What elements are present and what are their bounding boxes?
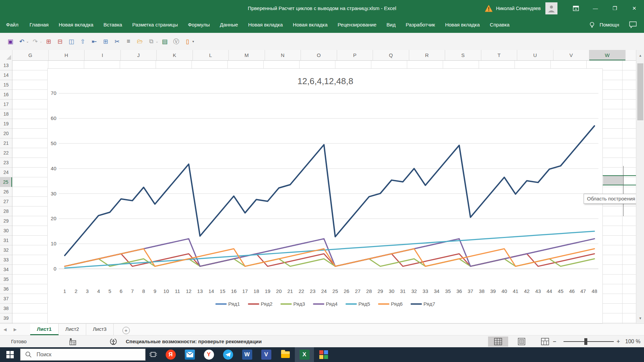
zoom-out-button[interactable]: − (553, 336, 556, 348)
delete-table-rows-icon[interactable]: ⊞ (43, 37, 54, 47)
ribbon-tab-главная-1[interactable]: Главная (24, 16, 54, 33)
row-header-20[interactable]: 20 (0, 129, 12, 138)
column-header-R[interactable]: R (409, 50, 445, 60)
view-page-layout-button[interactable] (512, 337, 532, 347)
select-all-corner[interactable] (0, 50, 12, 61)
minimize-button[interactable]: — (586, 0, 605, 16)
row-header-17[interactable]: 17 (0, 100, 12, 109)
insert-cells-left-icon[interactable]: ⇤ (89, 37, 100, 47)
zoom-in-button[interactable]: + (616, 336, 620, 348)
vba-icon[interactable]: Ⓥ (170, 37, 182, 47)
row-header-18[interactable]: 18 (0, 109, 12, 119)
telegram-icon[interactable] (218, 347, 237, 362)
column-header-K[interactable]: K (157, 50, 193, 60)
zoom-slider-track[interactable] (564, 341, 614, 342)
row-header-23[interactable]: 23 (0, 158, 12, 168)
yandex-app-icon[interactable]: Я (161, 347, 180, 362)
save-icon[interactable]: ▣ (5, 37, 16, 47)
column-header-T[interactable]: T (481, 50, 518, 60)
ribbon-tab-новая-вкладка-2[interactable]: Новая вкладка (54, 16, 98, 33)
ribbon-tab-справка-13[interactable]: Справка (485, 16, 515, 33)
chart-object[interactable]: 0102030405060701234567891011121314151617… (47, 68, 603, 323)
legend-label-Ряд4[interactable]: Ряд4 (326, 301, 338, 307)
yandex-browser-icon[interactable]: Y (199, 347, 218, 362)
column-header-U[interactable]: U (517, 50, 553, 60)
delete-cells-icon[interactable]: ⊟ (54, 37, 66, 47)
accessibility-icon[interactable] (109, 338, 118, 346)
row-header-22[interactable]: 22 (0, 148, 12, 158)
column-header-I[interactable]: I (85, 50, 121, 60)
macro-record-icon[interactable] (69, 338, 77, 346)
comments-icon[interactable] (629, 21, 637, 28)
legend-label-Ряд1[interactable]: Ряд1 (228, 301, 240, 307)
sheet-nav-right-icon[interactable]: ▶ (10, 324, 20, 335)
column-header-G[interactable]: G (12, 50, 49, 60)
new-sheet-button[interactable]: + (122, 327, 130, 334)
selected-cell[interactable] (603, 176, 623, 185)
ribbon-tab-формулы-5[interactable]: Формулы (183, 16, 215, 33)
ribbon-display-options-icon[interactable] (566, 0, 586, 16)
helper-label[interactable]: Помощн (598, 16, 621, 33)
column-header-Q[interactable]: Q (373, 50, 409, 60)
row-header-36[interactable]: 36 (0, 284, 12, 294)
view-page-break-button[interactable] (535, 337, 555, 347)
align-justify-icon[interactable]: ≡ (123, 37, 134, 47)
cut-icon[interactable]: ✂ (111, 37, 123, 47)
ribbon-tab-разметка-страницы-4[interactable]: Разметка страницы (127, 16, 183, 33)
chart-title[interactable]: 12,6,4,12,48,8 (298, 76, 353, 86)
row-header-28[interactable]: 28 (0, 206, 12, 216)
row-header-31[interactable]: 31 (0, 236, 12, 245)
sheet-tab-лист2[interactable]: Лист2 (59, 324, 86, 335)
legend-label-Ряд6[interactable]: Ряд6 (391, 301, 403, 307)
row-header-32[interactable]: 32 (0, 245, 12, 255)
word-icon[interactable]: W (237, 347, 257, 362)
redo-dropdown[interactable]: ⌄ (39, 37, 43, 47)
qat-overflow[interactable]: ▾ (191, 37, 195, 47)
move-up-icon[interactable]: ⇧ (77, 37, 89, 47)
legend-label-Ряд5[interactable]: Ряд5 (359, 301, 370, 307)
legend-label-Ряд3[interactable]: Ряд3 (293, 301, 305, 307)
row-header-21[interactable]: 21 (0, 138, 12, 148)
visio-icon[interactable]: V (257, 347, 276, 362)
ribbon-tab-рецензирование-9[interactable]: Рецензирование (332, 16, 381, 33)
row-header-37[interactable]: 37 (0, 294, 12, 304)
column-header-M[interactable]: M (229, 50, 265, 60)
sheet-nav-left-icon[interactable]: ◀ (0, 324, 10, 335)
row-header-34[interactable]: 34 (0, 265, 12, 275)
ribbon-tab-новая-вкладка-7[interactable]: Новая вкладка (243, 16, 288, 33)
row-header-19[interactable]: 19 (0, 119, 12, 129)
scroll-down-icon[interactable]: ▼ (636, 313, 644, 323)
insert-table-icon[interactable]: ⊞ (100, 37, 111, 47)
group-dropdown[interactable]: ⌄ (155, 37, 159, 47)
column-header-V[interactable]: V (553, 50, 590, 60)
column-header-W[interactable]: W (589, 50, 626, 60)
accessibility-status[interactable]: Специальные возможности: проверьте реком… (126, 336, 262, 348)
vertical-scroll-thumb[interactable] (637, 63, 643, 120)
search-input[interactable]: Поиск (20, 349, 146, 361)
row-header-35[interactable]: 35 (0, 275, 12, 284)
ribbon-tab-разработчик-11[interactable]: Разработчик (400, 16, 440, 33)
ribbon-tab-file[interactable]: Файл (0, 16, 24, 33)
column-header-H[interactable]: H (49, 50, 85, 60)
row-header-15[interactable]: 15 (0, 80, 12, 90)
sheet-list-icon[interactable]: ▤ (159, 37, 170, 47)
warning-icon[interactable] (485, 5, 493, 12)
legend-label-Ряд7[interactable]: Ряд7 (424, 301, 435, 307)
row-header-30[interactable]: 30 (0, 226, 12, 236)
row-header-39[interactable]: 39 (0, 313, 12, 323)
scroll-up-icon[interactable]: ▲ (636, 50, 644, 61)
column-header-P[interactable]: P (337, 50, 373, 60)
row-header-16[interactable]: 16 (0, 90, 12, 100)
ribbon-tab-вставка-3[interactable]: Вставка (98, 16, 127, 33)
row-header-14[interactable]: 14 (0, 70, 12, 80)
view-normal-button[interactable] (488, 337, 508, 347)
column-header-S[interactable]: S (445, 50, 481, 60)
zoom-level[interactable]: 100 % (625, 336, 640, 348)
ribbon-tab-вид-10[interactable]: Вид (381, 16, 400, 33)
open-folder-icon[interactable]: 🗁 (134, 37, 146, 47)
row-header-27[interactable]: 27 (0, 197, 12, 206)
column-header-O[interactable]: O (301, 50, 337, 60)
colorful-app-icon[interactable] (314, 347, 333, 362)
row-header-24[interactable]: 24 (0, 168, 12, 177)
column-header-L[interactable]: L (193, 50, 229, 60)
